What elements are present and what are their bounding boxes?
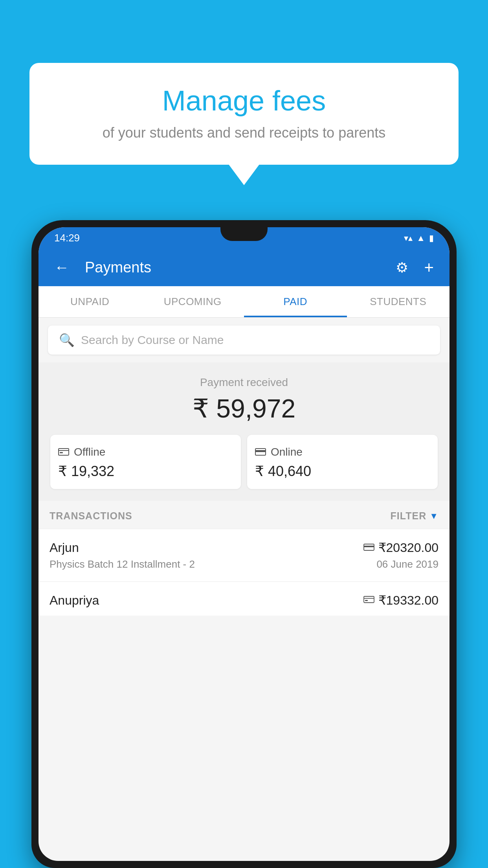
online-card: Online ₹ 40,640 <box>247 435 438 489</box>
filter-label: FILTER <box>391 510 427 522</box>
transaction-amount-2: ₹19332.00 <box>378 593 438 608</box>
search-container: 🔍 Search by Course or Name <box>39 318 449 362</box>
transaction-name-2: Anupriya <box>50 593 99 608</box>
payment-total-amount: ₹ 59,972 <box>46 394 442 424</box>
transaction-course: Physics Batch 12 Installment - 2 <box>50 558 195 570</box>
svg-rect-0 <box>59 449 69 455</box>
filter-button[interactable]: FILTER ▼ <box>391 510 438 522</box>
search-icon: 🔍 <box>59 333 75 348</box>
transactions-header: TRANSACTIONS FILTER ▼ <box>39 501 449 529</box>
svg-rect-3 <box>255 450 266 452</box>
transaction-detail: Physics Batch 12 Installment - 2 06 June… <box>50 558 438 570</box>
status-time: 14:29 <box>54 232 80 244</box>
transaction-offline-icon <box>363 594 374 607</box>
phone-screen: 14:29 ▾▴ ▲ ▮ ← Payments ⚙ + UNPAID UPCOM… <box>39 227 449 861</box>
offline-icon <box>58 446 69 458</box>
content-area: 🔍 Search by Course or Name Payment recei… <box>39 318 449 616</box>
transaction-amount: ₹20320.00 <box>378 540 438 555</box>
search-input[interactable]: Search by Course or Name <box>81 333 224 347</box>
transaction-name: Arjun <box>50 541 79 555</box>
back-button[interactable]: ← <box>50 255 73 280</box>
payment-summary: Payment received ₹ 59,972 <box>39 362 449 501</box>
svg-rect-1 <box>60 452 63 453</box>
offline-label: Offline <box>74 446 105 458</box>
transaction-amount-row-2: ₹19332.00 <box>363 593 438 608</box>
speech-bubble: Manage fees of your students and send re… <box>29 63 459 165</box>
transaction-item[interactable]: Arjun ₹20320.00 Physics Batch 12 Install… <box>39 529 449 581</box>
bubble-subtitle: of your students and send receipts to pa… <box>53 125 435 141</box>
online-amount: ₹ 40,640 <box>255 463 430 480</box>
svg-rect-6 <box>364 596 374 603</box>
tab-students[interactable]: STUDENTS <box>347 286 450 317</box>
add-button[interactable]: + <box>420 254 438 281</box>
bubble-title: Manage fees <box>53 85 435 117</box>
transaction-amount-row: ₹20320.00 <box>363 540 438 555</box>
status-icons: ▾▴ ▲ ▮ <box>404 233 434 243</box>
tab-unpaid[interactable]: UNPAID <box>39 286 141 317</box>
tab-paid[interactable]: PAID <box>244 286 347 317</box>
settings-button[interactable]: ⚙ <box>392 256 412 280</box>
phone-notch <box>220 227 268 241</box>
wifi-icon: ▾▴ <box>404 233 413 243</box>
transactions-label: TRANSACTIONS <box>50 510 132 522</box>
app-bar: ← Payments ⚙ + <box>39 249 449 286</box>
page-title: Payments <box>85 259 384 276</box>
offline-amount: ₹ 19,332 <box>58 463 233 480</box>
phone-frame: 14:29 ▾▴ ▲ ▮ ← Payments ⚙ + UNPAID UPCOM… <box>31 220 457 868</box>
online-label: Online <box>271 446 303 458</box>
online-icon <box>255 446 266 458</box>
signal-icon: ▲ <box>416 233 425 243</box>
transaction-card-icon <box>363 542 374 554</box>
payment-label: Payment received <box>46 376 442 389</box>
payment-cards: Offline ₹ 19,332 Online <box>50 435 438 489</box>
svg-rect-5 <box>364 546 374 547</box>
tab-upcoming[interactable]: UPCOMING <box>141 286 244 317</box>
status-bar: 14:29 ▾▴ ▲ ▮ <box>39 227 449 249</box>
transaction-item-2[interactable]: Anupriya ₹19332.00 <box>39 581 449 616</box>
filter-icon: ▼ <box>429 511 438 521</box>
transaction-date: 06 June 2019 <box>376 558 438 570</box>
svg-rect-7 <box>365 600 368 601</box>
offline-card: Offline ₹ 19,332 <box>50 435 241 489</box>
search-bar[interactable]: 🔍 Search by Course or Name <box>48 326 440 355</box>
battery-icon: ▮ <box>429 233 434 243</box>
tabs-bar: UNPAID UPCOMING PAID STUDENTS <box>39 286 449 318</box>
